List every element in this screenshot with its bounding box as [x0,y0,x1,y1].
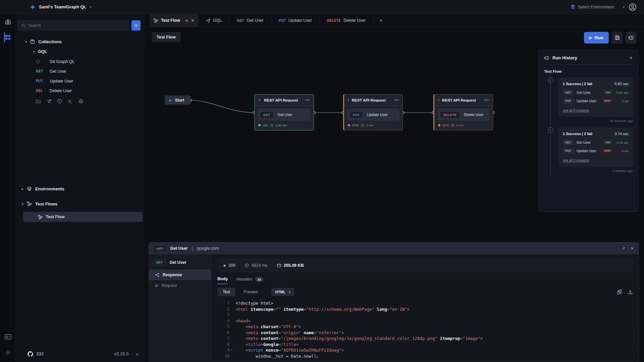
request-update-user[interactable]: PUT Update User [16,76,144,86]
request-delete-user[interactable]: DEL Delete User [16,86,144,96]
response-status-bar: 200 5818 ms 205.09 KB [217,258,633,273]
node-request-box[interactable]: GET Get User [258,109,311,121]
node-menu-icon[interactable]: ••• [484,98,489,102]
code-line[interactable]: 5 <meta charset="UTF-8"> [217,324,633,330]
rail-collections-button[interactable] [0,29,16,45]
collections-grid-icon [5,34,11,41]
code-line[interactable]: 8 <title>Google</title> [217,342,633,348]
collection-toolbar [16,96,144,104]
node-rest-delete[interactable]: ! REST API Request ••• DELETE Delete Use… [433,94,493,130]
search-input-wrap [18,20,129,31]
graphql-icon: ⬡ [36,59,50,64]
run-button[interactable]: ▶ Run [584,32,609,44]
tab-delete-user[interactable]: DELETE Delete User [319,14,373,27]
node-menu-icon[interactable]: ••• [305,98,310,102]
expand-panel-icon[interactable]: ↗ [622,246,625,251]
nav-item-request[interactable]: ⇄ Request [149,280,211,291]
flow-title-chip: Test Flow [152,32,180,42]
environment-selector[interactable]: Select Environment ▾ [570,4,625,9]
folder-caret-icon: ▾ [33,50,35,54]
github-stars[interactable]: 332 [27,351,44,357]
collapse-sidebar-button[interactable]: « [136,351,139,357]
copy-icon[interactable] [617,290,622,294]
test-flows-section[interactable]: ▾ Test Flows [16,196,144,211]
folder-gql[interactable]: ▾ GQL [16,47,144,57]
search-input[interactable] [28,23,126,28]
tab-headers[interactable]: Headers 18 [236,277,263,284]
collections-tree: ▾ Collections ▾ GQL ⬡ Git Graph QL GET G… [16,35,144,104]
mode-text-button[interactable]: Text [217,288,235,296]
new-tab-button[interactable]: + [373,14,388,27]
tab-body[interactable]: Body [217,277,228,284]
timeline-warn-icon: ! [548,77,553,83]
node-rest-put[interactable]: ! REST API Request ••• PUT Update User E… [343,94,403,130]
github-star-count: 332 [36,351,44,356]
gear-icon [5,349,11,356]
timeline-line [550,133,551,177]
see-all-requests-link[interactable]: see all 3 requests [563,109,589,112]
response-request-name: Get User [170,246,188,251]
node-request-box[interactable]: DELETE Delete User [437,109,490,121]
environments-section[interactable]: ▸ Environments [16,181,144,196]
tab-method: GET [237,19,244,22]
status-dot [348,124,350,126]
start-node[interactable]: ▶ Start [165,96,191,105]
close-run-history-icon[interactable]: ✕ [629,56,633,60]
tab-gql[interactable]: GQL [198,14,229,27]
close-tab-icon[interactable]: ✕ [191,18,194,23]
code-line[interactable]: 6 <meta content="origin" name="referrer"… [217,330,633,336]
nav-item-response[interactable]: Response [149,269,211,280]
tab-update-user[interactable]: PUT Update User [271,14,319,27]
node-menu-icon[interactable]: ••• [394,98,399,102]
code-line[interactable]: 4<head> [217,318,633,324]
save-flow-button[interactable] [612,32,623,44]
method-chip: GET [563,140,574,145]
code-line[interactable]: 9▾ <script nonce="XQfRO1vw5w2hNuFPzZdaag… [217,347,633,353]
collections-section-header[interactable]: ▾ Collections [16,37,144,47]
rail-settings-button[interactable] [0,345,16,360]
node-rest-get[interactable]: ✓ REST API Request ••• GET Get User 200 … [254,94,314,130]
node-request-box[interactable]: PUT Update User [347,109,399,121]
request-get-user[interactable]: GET Get User [16,66,144,76]
timeline-warn-icon: ! [548,127,553,133]
flow-canvas[interactable]: Test Flow ▶ Run [144,27,644,362]
tab-test-flow[interactable]: Test Flow ✕ [150,14,198,27]
separator: | [192,245,193,251]
run-history-button[interactable] [626,32,636,44]
sequence-run-icon[interactable] [46,99,52,104]
run-card[interactable]: 1 Success | 2 fail 5.82 sec GET Get User… [558,77,633,117]
rail-contact-button[interactable] [0,329,16,345]
method-chip: GET [154,245,166,252]
sidebar-item-test-flow[interactable]: Test Flow [23,212,143,222]
code-generate-icon[interactable] [68,99,73,104]
tab-label: Test Flow [161,18,180,23]
tab-label: GQL [213,18,222,23]
request-git-graph-ql[interactable]: ⬡ Git Graph QL [16,57,144,66]
download-icon[interactable] [628,290,633,294]
run-timestamp: 55 seconds ago [558,117,633,127]
new-folder-icon[interactable] [36,99,41,103]
mode-preview-button[interactable]: Preview [239,288,263,296]
response-mode-row: Text Preview HTML ▾ [217,284,633,299]
close-panel-icon[interactable]: ✕ [631,246,634,251]
rail-home-button[interactable] [0,14,16,29]
code-line[interactable]: 7 <meta content="/images/branding/google… [217,336,633,342]
format-select[interactable]: HTML ▾ [271,288,295,296]
run-request-row: PUT Update User ERR 0 ms [563,148,629,154]
code-line[interactable]: 1<!doctype html> [217,300,633,306]
response-panel-header[interactable]: GET Get User | google.com ↗ ✕ [149,242,639,254]
code-lines: 1<!doctype html>2<html itemscope="" item… [217,300,633,359]
workspace-switcher[interactable]: Sanil's Team/Graph QL ▾ [30,4,92,10]
graphql-settings-icon[interactable] [78,99,83,104]
add-collection-button[interactable]: + [131,20,141,31]
code-line[interactable]: 3 [217,312,633,318]
code-line[interactable]: 10 window._hst = Date.now(); [217,353,633,359]
run-card[interactable]: 1 Success | 2 fail 3.74 sec GET Get User… [558,127,633,167]
response-code-editor[interactable]: 1<!doctype html>2<html itemscope="" item… [217,299,633,361]
bolt-circle-icon[interactable] [57,99,62,104]
see-all-requests-link[interactable]: see all 3 requests [563,159,589,162]
status-badge: 200 [603,90,612,95]
account-icon[interactable] [629,3,637,11]
tab-get-user[interactable]: GET Get User [229,14,271,27]
code-line[interactable]: 2<html itemscope="" itemtype="http://sch… [217,306,633,312]
